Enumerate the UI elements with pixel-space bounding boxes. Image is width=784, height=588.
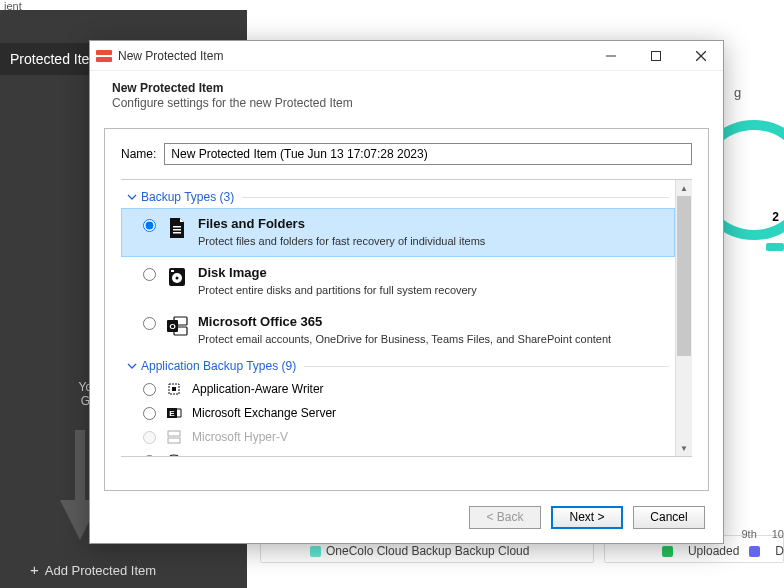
section-app-backup-types[interactable]: Application Backup Types (9) — [121, 355, 675, 377]
radio-exchange[interactable] — [143, 407, 156, 420]
app-aware-icon — [166, 381, 182, 397]
bg-window-tab: ient — [0, 0, 784, 10]
option-label: Microsoft Hyper-V — [192, 430, 288, 444]
new-protected-item-dialog: New Protected Item New Protected Item Co… — [89, 40, 724, 544]
svg-text:E: E — [169, 409, 175, 418]
titlebar: New Protected Item — [90, 41, 723, 71]
name-input[interactable] — [164, 143, 692, 165]
bg-teal-block — [766, 243, 784, 251]
option-desc: Protect entire disks and partitions for … — [198, 284, 477, 296]
option-label: Microsoft Exchange Server — [192, 406, 336, 420]
bg-legend-item-2: Uploaded D — [662, 544, 784, 558]
hyperv-icon — [166, 429, 182, 445]
types-list: Backup Types (3) Files and Folders Prote… — [121, 180, 675, 456]
dialog-header: New Protected Item Configure settings fo… — [90, 71, 723, 128]
option-files-folders[interactable]: Files and Folders Protect files and fold… — [121, 208, 675, 257]
dialog-title: New Protected Item — [118, 49, 588, 63]
next-button[interactable]: Next > — [551, 506, 623, 529]
bg-donut-value: 2 — [772, 210, 779, 224]
svg-rect-12 — [171, 270, 174, 272]
option-title: Disk Image — [198, 265, 477, 280]
radio-app-aware[interactable] — [143, 383, 156, 396]
back-button: < Back — [469, 506, 541, 529]
bg-legend-item-1: OneColo Cloud Backup Backup Cloud — [310, 544, 529, 558]
radio-office-365[interactable] — [143, 317, 156, 330]
option-label: Microsoft SQL Server — [192, 454, 306, 456]
option-office-365[interactable]: O Microsoft Office 365 Protect email acc… — [121, 306, 675, 355]
radio-hyperv — [143, 431, 156, 444]
option-text: Disk Image Protect entire disks and part… — [198, 265, 477, 298]
dialog-footer: < Back Next > Cancel — [90, 491, 723, 543]
types-container: Backup Types (3) Files and Folders Prote… — [121, 179, 692, 457]
maximize-button[interactable] — [633, 41, 678, 70]
option-title: Files and Folders — [198, 216, 485, 231]
radio-sqlserver[interactable] — [143, 455, 156, 457]
svg-rect-0 — [96, 50, 112, 55]
section-label-2: Application Backup Types (9) — [141, 359, 296, 373]
scroll-down-icon[interactable]: ▼ — [676, 440, 692, 456]
cancel-button[interactable]: Cancel — [633, 506, 705, 529]
exchange-icon: E — [166, 405, 182, 421]
svg-rect-3 — [651, 51, 660, 60]
office365-icon: O — [166, 315, 188, 337]
legend-text-1: OneColo Cloud Backup Backup Cloud — [326, 544, 529, 558]
axis-tick-2: 10 — [772, 528, 784, 540]
scroll-up-icon[interactable]: ▲ — [676, 180, 692, 196]
legend-color-green — [662, 546, 673, 557]
maximize-icon — [651, 51, 661, 61]
option-disk-image[interactable]: Disk Image Protect entire disks and part… — [121, 257, 675, 306]
legend-color-blue — [749, 546, 760, 557]
legend-color-teal — [310, 546, 321, 557]
svg-rect-18 — [172, 387, 176, 391]
svg-rect-21 — [168, 431, 180, 436]
close-button[interactable] — [678, 41, 723, 70]
option-desc: Protect files and folders for fast recov… — [198, 235, 485, 247]
disk-icon — [166, 266, 188, 288]
option-text: Files and Folders Protect files and fold… — [198, 216, 485, 249]
section-divider — [304, 366, 669, 367]
section-label-1: Backup Types (3) — [141, 190, 234, 204]
header-subtitle: Configure settings for the new Protected… — [112, 96, 701, 110]
name-row: Name: — [121, 143, 692, 165]
option-exchange[interactable]: E Microsoft Exchange Server — [121, 401, 675, 425]
bg-right-label: g — [734, 85, 784, 100]
option-text: Microsoft Office 365 Protect email accou… — [198, 314, 611, 347]
dialog-content: Name: Backup Types (3) Files and Folders — [104, 128, 709, 491]
svg-rect-22 — [168, 438, 180, 443]
axis-tick-1: 9th — [741, 528, 756, 540]
svg-rect-7 — [173, 229, 181, 231]
svg-point-23 — [169, 455, 179, 456]
legend-text-2a: Uploaded — [688, 544, 739, 558]
app-icon — [96, 50, 112, 62]
svg-rect-1 — [96, 57, 112, 62]
svg-rect-8 — [173, 232, 181, 234]
option-sqlserver[interactable]: Microsoft SQL Server — [121, 449, 675, 456]
file-icon — [166, 217, 188, 239]
section-backup-types[interactable]: Backup Types (3) — [121, 186, 675, 208]
database-icon — [166, 453, 182, 456]
option-app-aware[interactable]: Application-Aware Writer — [121, 377, 675, 401]
option-label: Application-Aware Writer — [192, 382, 324, 396]
legend-text-2b: D — [775, 544, 784, 558]
radio-disk-image[interactable] — [143, 268, 156, 281]
scrollbar[interactable]: ▲ ▼ — [675, 180, 692, 456]
option-hyperv: Microsoft Hyper-V — [121, 425, 675, 449]
close-icon — [696, 51, 706, 61]
minimize-button[interactable] — [588, 41, 633, 70]
name-label: Name: — [121, 147, 156, 161]
header-title: New Protected Item — [112, 81, 701, 95]
radio-files-folders[interactable] — [143, 219, 156, 232]
svg-rect-6 — [173, 226, 181, 228]
section-divider — [242, 197, 669, 198]
bg-chart-axis: 9th 10 — [741, 528, 784, 540]
option-title: Microsoft Office 365 — [198, 314, 611, 329]
scroll-thumb[interactable] — [677, 196, 691, 356]
chevron-down-icon — [127, 361, 137, 371]
chevron-down-icon — [127, 192, 137, 202]
svg-point-11 — [176, 277, 179, 280]
option-desc: Protect email accounts, OneDrive for Bus… — [198, 333, 611, 345]
svg-text:O: O — [169, 322, 175, 331]
add-protected-item-button[interactable]: Add Protected Item — [30, 561, 156, 578]
minimize-icon — [606, 51, 616, 61]
